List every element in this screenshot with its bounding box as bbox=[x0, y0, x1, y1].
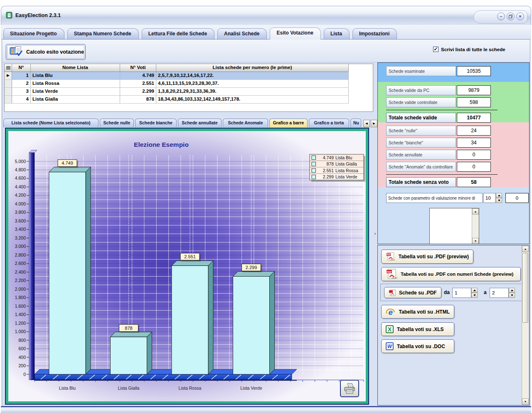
stat-value: 0 bbox=[457, 150, 491, 160]
export-html-button[interactable]: e Tabella voti su .HTML bbox=[381, 305, 454, 319]
subtab-schede-bianche[interactable]: Schede bianche bbox=[135, 119, 177, 127]
svg-text:800: 800 bbox=[18, 338, 26, 343]
stat-value: 598 bbox=[457, 97, 491, 107]
table-row-lista-verde[interactable]: 3Lista Verde2.2991,3,8,20,21,29,31,33,36… bbox=[5, 88, 373, 96]
stat-row-totale-schede-valide: Totale schede valide10477 bbox=[386, 113, 529, 123]
subtab-schede-anomale[interactable]: Schede Anomale bbox=[223, 119, 268, 127]
svg-text:e: e bbox=[389, 307, 393, 316]
stat-row-schede-valide-da-pc: Schede valide da PC9879 bbox=[386, 85, 529, 95]
tab-situazione-progetto[interactable]: Situazione Progetto bbox=[3, 28, 64, 40]
da-spinner[interactable]: 1 bbox=[452, 288, 478, 298]
scroll-up-icon[interactable]: ▲ bbox=[472, 208, 479, 215]
stat-row-schede-nulle: Schede ''nulle''24 bbox=[386, 126, 529, 136]
stats-section-1: Schede valide da PC9879Schede valide con… bbox=[378, 82, 529, 122]
cell-n-voti: 2.551 bbox=[120, 80, 156, 88]
chart-panel: 02004006008001.0001.2001.4001.6001.8002.… bbox=[5, 128, 369, 405]
subtab-lista-schede-nome-lista-selezionato[interactable]: Lista schede (Nome Lista selezionato) bbox=[3, 119, 99, 127]
svg-text:2.400: 2.400 bbox=[15, 270, 26, 275]
scroll-down-icon[interactable]: ▼ bbox=[522, 398, 529, 405]
view-tab-strip: Lista schede (Nome Lista selezionato)Sch… bbox=[3, 118, 377, 127]
restore-button[interactable] bbox=[507, 12, 515, 20]
printer-icon bbox=[343, 383, 356, 394]
stat-label: Schede ''nulle'' bbox=[386, 126, 456, 136]
spinner-down-icon[interactable] bbox=[471, 293, 478, 298]
subtab-nu[interactable]: Nu bbox=[350, 119, 361, 127]
tab-lista[interactable]: Lista bbox=[324, 28, 350, 40]
export-pdf-numbers-button[interactable]: PDFAdobe Tabella voti su .PDF con numeri… bbox=[381, 267, 521, 281]
scroll-up-icon[interactable]: ▲ bbox=[522, 246, 529, 252]
da-value[interactable]: 1 bbox=[452, 288, 471, 298]
scrollbar-thumb[interactable] bbox=[522, 253, 528, 323]
svg-text:2.800: 2.800 bbox=[15, 252, 26, 257]
subtab-scroll-left[interactable]: ◀ bbox=[363, 120, 370, 127]
schede-listbox[interactable]: ▲ ▼ bbox=[429, 208, 479, 244]
word-icon: W bbox=[386, 342, 394, 350]
cell-nome-lista: Lista Gialla bbox=[31, 96, 120, 104]
column-header-n-voti: N° Voti bbox=[120, 64, 156, 72]
stat-row-schede-esaminate: Schede esaminate10535 bbox=[386, 66, 529, 76]
close-button[interactable]: × bbox=[516, 12, 524, 20]
a-value[interactable]: 2 bbox=[490, 288, 509, 298]
row-selected-icon[interactable]: ▶ bbox=[5, 72, 12, 80]
listbox-scrollbar[interactable]: ▲ ▼ bbox=[472, 208, 479, 244]
x-axis-label: Lista Blu bbox=[59, 386, 76, 391]
legend-checkbox-icon[interactable] bbox=[312, 175, 316, 179]
row-selector[interactable] bbox=[5, 88, 12, 96]
export-scrollbar[interactable]: ▲ ▼ bbox=[522, 246, 529, 405]
calc-label: Calcolo esito votazione bbox=[26, 49, 84, 55]
spinner-up-icon[interactable] bbox=[509, 288, 515, 293]
subtab-grafico-a-torta[interactable]: Grafico a torta bbox=[309, 119, 349, 127]
row-selector[interactable] bbox=[5, 96, 12, 104]
pdf-icon: PDFAdobe bbox=[386, 251, 395, 262]
stat-row-schede-annullate: Schede annullate0 bbox=[386, 150, 529, 160]
svg-text:Adobe: Adobe bbox=[390, 259, 395, 261]
svg-text:3.200: 3.200 bbox=[15, 235, 26, 240]
row-selector[interactable] bbox=[5, 80, 12, 88]
spinner-down-icon[interactable] bbox=[496, 198, 502, 203]
chart-legend[interactable]: 4.749Lista Blu878Lista Gialla2.551Lista … bbox=[310, 154, 365, 182]
table-row-lista-blu[interactable]: ▶1Lista Blu4.7492,5,7,9,10,12,14,16,17,2… bbox=[5, 72, 373, 80]
svg-text:4.800: 4.800 bbox=[15, 167, 26, 172]
window-controls: – × bbox=[497, 12, 524, 20]
schede-pdf-label: Schede su .PDF bbox=[399, 290, 437, 296]
tab-esito-votazione[interactable]: Esito Votazione bbox=[270, 27, 320, 40]
spinner-down-icon[interactable] bbox=[509, 293, 515, 298]
subtab-schede-annullate[interactable]: Schede annullate bbox=[178, 119, 222, 127]
subtab-grafico-a-barre[interactable]: Grafico a barre bbox=[269, 119, 308, 127]
legend-checkbox-icon[interactable] bbox=[312, 162, 316, 166]
spinner-up-icon[interactable] bbox=[471, 288, 478, 293]
print-chart-button[interactable] bbox=[340, 380, 359, 397]
export-doc-button[interactable]: W Tabella voti su .DOC bbox=[381, 339, 454, 353]
legend-checkbox-icon[interactable] bbox=[312, 156, 316, 160]
schede-pdf-button[interactable]: Schede su .PDF bbox=[384, 287, 441, 298]
svg-text:3.400: 3.400 bbox=[15, 227, 26, 232]
bar-lista-blu: 4.749Lista Blu bbox=[49, 155, 91, 391]
minimize-button[interactable]: – bbox=[497, 12, 505, 20]
export-xls-label: Tabella voti su .XLS bbox=[397, 326, 443, 332]
spinner-up-icon[interactable] bbox=[496, 193, 502, 198]
cell-lista-schede-per-numero-le-prime: 2,5,7,9,10,12,14,16,17,22. bbox=[156, 72, 349, 80]
export-pdf-preview-button[interactable]: PDFAdobe Tabella voti su .PDF (preview) bbox=[381, 250, 473, 264]
param-spinner-value[interactable]: 10 bbox=[483, 193, 496, 203]
checkbox-label: Scrivi lista di tutte le schede bbox=[441, 47, 505, 52]
tab-impostazioni[interactable]: Impostazioni bbox=[352, 28, 397, 40]
calc-results-button[interactable]: Calcolo esito votazione bbox=[6, 44, 86, 60]
scroll-down-icon[interactable]: ▼ bbox=[472, 238, 479, 244]
stat-value: 0 bbox=[457, 162, 491, 172]
chart-y-axis: 02004006008001.0001.2001.4001.6001.8002.… bbox=[15, 150, 37, 380]
subtab-schede-nulle[interactable]: Schede nulle bbox=[100, 119, 134, 127]
splitter-handle[interactable]: › bbox=[373, 62, 377, 405]
write-all-checkbox[interactable]: ✓ Scrivi lista di tutte le schede bbox=[433, 47, 505, 52]
tab-lettura-file-delle-schede[interactable]: Lettura File delle Schede bbox=[142, 28, 214, 40]
svg-text:2.000: 2.000 bbox=[15, 287, 26, 292]
table-row-lista-gialla[interactable]: 4Lista Gialla87818,34,43,86,103,132,142,… bbox=[5, 96, 373, 104]
export-xls-button[interactable]: X Tabella voti su .XLS bbox=[381, 322, 454, 336]
svg-text:2.299: 2.299 bbox=[323, 174, 334, 179]
cell-lista-schede-per-numero-le-prime: 18,34,43,86,103,132,142,149,157,178. bbox=[156, 96, 349, 104]
legend-checkbox-icon[interactable] bbox=[312, 168, 316, 173]
tab-analisi-schede[interactable]: Analisi Schede bbox=[217, 28, 267, 40]
table-row-lista-rossa[interactable]: 2Lista Rossa2.5514,6,11,13,15,19,23,28,3… bbox=[5, 80, 373, 88]
tab-stampa-numero-schede[interactable]: Stampa Numero Schede bbox=[67, 28, 139, 40]
param-spinner[interactable]: 10 bbox=[483, 193, 502, 203]
a-spinner[interactable]: 2 bbox=[490, 288, 515, 298]
